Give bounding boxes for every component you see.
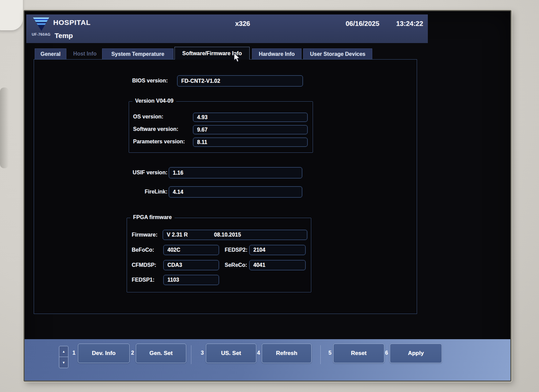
fedsp1-field: 1103 [163,275,219,285]
firmware-field: V 2.31 R 08.10.2015 [163,230,307,240]
header-bar: UF-760AG HOSPITAL Temp x326 06/16/2025 1… [26,14,428,43]
bios-version-label: BIOS version: [129,78,168,84]
firelink-field: 4.14 [169,186,302,198]
tab-user-storage-devices[interactable]: User Storage Devices [303,48,372,59]
down-arrow-icon: ▼ [62,361,65,364]
cfmdsp-label: CFMDSP: [132,262,156,268]
os-version-field: 4.93 [193,113,308,122]
bezel-shadow [0,87,9,168]
time-display: 13:24:22 [396,20,423,28]
scroll-down-button[interactable]: ▼ [59,357,68,368]
study-name: Temp [55,32,73,40]
softkey-number-4: 4 [257,350,260,356]
usif-version-label: USIF version: [124,170,167,176]
device-model-label: UF-760AG [29,32,53,36]
monitor-housing-corner [0,0,23,30]
footer-divider [191,345,191,364]
usif-version-field: 1.16 [169,167,302,178]
firmware-label: Firmware: [132,232,157,238]
brand-logo: UF-760AG [29,16,53,41]
fpga-group-legend: FPGA firmware [130,214,175,220]
dev-info-button[interactable]: Dev. Info [78,344,130,363]
firmware-date-value: 08.10.2015 [214,232,241,238]
us-set-button[interactable]: US. Set [206,344,256,363]
softkey-number-6: 6 [385,350,388,356]
sereco-field: 4041 [249,260,306,270]
version-group-box: Version V04-09 OS version: 4.93 Software… [129,101,313,153]
parameters-version-label: Parameters version: [133,139,185,145]
os-version-label: OS version: [133,114,163,120]
tab-system-temperature[interactable]: System Temperature [102,48,173,59]
footer-divider [320,345,321,364]
softkey-number-2: 2 [131,350,134,356]
parameters-version-field: 8.11 [193,138,308,147]
firelink-label: FireLink: [124,189,167,195]
hospital-name: HOSPITAL [53,19,91,27]
tab-hardware-info[interactable]: Hardware Info [252,48,302,59]
softkey-number-3: 3 [201,350,204,356]
software-firmware-panel: BIOS version: FD-CNT2-V1.02 Version V04-… [34,59,417,314]
gen-set-button[interactable]: Gen. Set [136,344,186,363]
firmware-version-value: V 2.31 R [167,232,188,238]
up-arrow-icon: ▲ [62,350,65,353]
fedsp2-field: 2104 [249,245,306,255]
fedsp2-label: FEDSP2: [225,247,248,253]
bios-version-field: FD-CNT2-V1.02 [177,75,303,86]
fedsp1-label: FEDSP1: [132,277,155,283]
monitor-screen: UF-760AG HOSPITAL Temp x326 06/16/2025 1… [24,10,511,382]
page-scroll-control[interactable]: ▲ ▼ [59,346,68,368]
footer-bar: ▲ ▼ 1 Dev. Info 2 Gen. Set 3 US. Set 4 R… [25,339,511,382]
refresh-button[interactable]: Refresh [262,344,312,363]
date-display: 06/16/2025 [346,20,379,28]
befoco-label: BeFoCo: [132,247,154,253]
apply-button[interactable]: Apply [390,344,442,363]
fukuda-triangle-icon [33,17,49,31]
fpga-firmware-group-box: FPGA firmware Firmware: V 2.31 R 08.10.2… [127,218,311,292]
befoco-field: 402C [163,245,219,255]
cfmdsp-field: CDA3 [163,260,219,270]
software-version-label: Software version: [133,126,178,132]
software-version-field: 9.67 [193,125,308,134]
softkey-number-5: 5 [328,350,331,356]
sereco-label: SeReCo: [225,262,247,268]
tab-host-info: Host Info [70,48,100,59]
reset-button[interactable]: Reset [333,344,384,363]
softkey-number-1: 1 [72,350,75,356]
probe-id: x326 [235,20,250,28]
version-group-legend: Version V04-09 [132,98,176,104]
scroll-up-button[interactable]: ▲ [59,346,68,357]
mouse-cursor-icon [233,53,242,63]
tab-general[interactable]: General [35,48,66,59]
